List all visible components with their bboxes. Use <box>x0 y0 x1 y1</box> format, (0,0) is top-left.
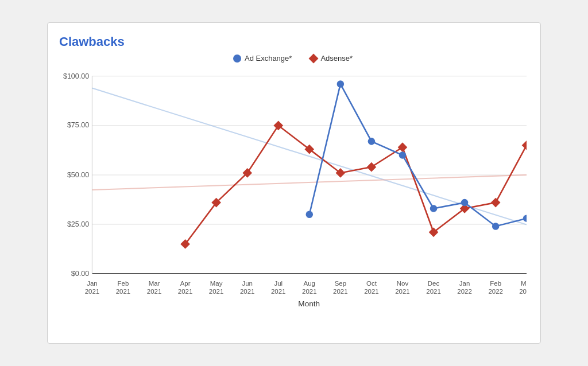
svg-point-59 <box>399 151 407 159</box>
svg-text:$75.00: $75.00 <box>67 121 89 129</box>
chart-container: Clawbacks Ad Exchange* Adsense* $100.00 <box>47 22 541 344</box>
svg-marker-54 <box>491 198 501 208</box>
svg-text:2021: 2021 <box>209 288 224 295</box>
svg-text:Jul: Jul <box>274 280 283 287</box>
svg-text:$50.00: $50.00 <box>67 171 89 179</box>
svg-point-58 <box>368 138 376 145</box>
svg-point-60 <box>430 205 438 212</box>
svg-text:2022: 2022 <box>519 288 527 295</box>
svg-text:Oct: Oct <box>366 280 377 287</box>
legend-dot-blue <box>233 54 241 63</box>
svg-point-62 <box>492 223 500 230</box>
svg-text:Jun: Jun <box>242 280 253 287</box>
svg-text:Jan: Jan <box>87 280 97 287</box>
svg-text:2022: 2022 <box>457 288 472 295</box>
chart-area: $100.00 $75.00 $50.00 $25.00 $0.00 Jan 2… <box>59 69 527 310</box>
svg-text:Month: Month <box>298 300 320 309</box>
svg-text:Feb: Feb <box>118 280 129 287</box>
svg-text:$100.00: $100.00 <box>63 72 89 80</box>
svg-point-57 <box>337 80 345 88</box>
svg-text:Feb: Feb <box>490 280 501 287</box>
svg-text:Apr: Apr <box>180 280 191 287</box>
svg-text:$25.00: $25.00 <box>67 220 89 228</box>
legend-item-blue: Ad Exchange* <box>233 54 292 63</box>
svg-text:2021: 2021 <box>240 288 255 295</box>
chart-title: Clawbacks <box>59 34 527 49</box>
svg-text:Mar: Mar <box>149 280 160 287</box>
svg-text:Mar: Mar <box>521 280 527 287</box>
legend-diamond-red <box>309 53 319 63</box>
svg-text:Nov: Nov <box>397 280 409 287</box>
svg-marker-51 <box>398 142 408 152</box>
chart-svg: $100.00 $75.00 $50.00 $25.00 $0.00 Jan 2… <box>59 69 527 310</box>
svg-text:2021: 2021 <box>116 288 131 295</box>
svg-text:2022: 2022 <box>488 288 503 295</box>
svg-text:2021: 2021 <box>302 288 317 295</box>
svg-text:2021: 2021 <box>333 288 348 295</box>
svg-text:$0.00: $0.00 <box>71 270 89 278</box>
svg-point-61 <box>461 199 469 207</box>
svg-text:2021: 2021 <box>395 288 410 295</box>
svg-text:Aug: Aug <box>304 280 315 287</box>
svg-text:Sep: Sep <box>335 280 346 287</box>
legend: Ad Exchange* Adsense* <box>59 54 527 63</box>
svg-text:2021: 2021 <box>85 288 100 295</box>
svg-marker-50 <box>367 162 377 172</box>
legend-label-red: Adsense* <box>320 54 353 63</box>
svg-line-43 <box>92 175 527 190</box>
legend-item-red: Adsense* <box>310 54 353 63</box>
svg-text:Dec: Dec <box>428 280 440 287</box>
legend-label-blue: Ad Exchange* <box>245 54 292 63</box>
svg-text:2021: 2021 <box>271 288 286 295</box>
svg-point-56 <box>306 211 314 219</box>
svg-text:2021: 2021 <box>147 288 162 295</box>
svg-point-63 <box>523 215 527 222</box>
svg-text:Jan: Jan <box>459 280 470 287</box>
svg-text:2021: 2021 <box>364 288 379 295</box>
svg-text:May: May <box>210 280 223 287</box>
svg-text:2021: 2021 <box>178 288 193 295</box>
svg-text:2021: 2021 <box>426 288 441 295</box>
